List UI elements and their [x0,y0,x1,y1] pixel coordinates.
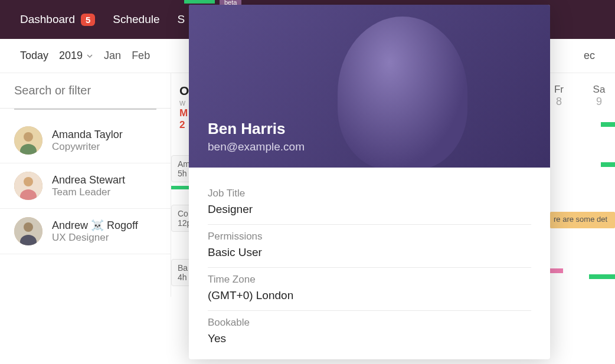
person-row[interactable]: Andrew ☠️ Rogoff UX Designer [0,209,171,254]
nav-label: S [178,13,185,26]
search-input[interactable] [14,84,163,97]
dow: Sa [590,84,608,96]
profile-modal: Ben Harris ben@example.com Job Title Des… [189,5,550,359]
event-bar[interactable] [589,274,615,279]
day-headers: Fr 8 Sa 9 [550,84,615,108]
field-bookable: Bookable Yes [208,311,531,345]
month-feb[interactable]: Feb [132,50,150,62]
person-name: Andrew ☠️ Rogoff [52,219,138,232]
field-permissions: Permissions Basic User [208,225,531,268]
month-partial[interactable]: ec [584,50,595,62]
day-num: 9 [590,96,608,108]
year-value: 2019 [59,50,83,62]
day-num: 8 [550,96,568,108]
person-name: Amanda Taylor [52,129,123,141]
field-label: Bookable [208,317,531,329]
svg-point-9 [24,222,33,232]
person-role: Team Leader [52,186,125,198]
notification-badge: 5 [81,14,95,26]
avatar [14,172,42,200]
nav-dashboard[interactable]: Dashboard 5 [20,13,95,26]
search-row [0,73,171,109]
event-bar[interactable] [601,162,615,167]
profile-header: Ben Harris ben@example.com [189,5,550,168]
dow: Fr [550,84,568,96]
person-row[interactable]: Amanda Taylor Copywriter [0,118,171,163]
nav-label: Dashboard [20,13,75,26]
event-bar[interactable] [550,268,563,273]
field-timezone: Time Zone (GMT+0) London [208,268,531,311]
field-value: Yes [208,332,531,345]
svg-point-3 [24,132,33,142]
field-value: Basic User [208,246,531,259]
field-job-title: Job Title Designer [208,182,531,225]
field-label: Permissions [208,231,531,242]
today-button[interactable]: Today [20,50,48,62]
person-row[interactable]: Andrea Stewart Team Leader [0,163,171,209]
year-select[interactable]: 2019 [59,50,93,62]
person-role: UX Designer [52,232,138,244]
nav-item-partial[interactable]: S [178,13,185,26]
nav-label: Schedule [113,13,159,26]
right-day-cols: Fr 8 Sa 9 re are some det [550,73,615,279]
event-orange[interactable]: re are some det [550,212,615,228]
person-role: Copywriter [52,141,123,153]
field-value: (GMT+0) London [208,289,531,302]
person-name: Andrea Stewart [52,174,125,186]
profile-email: ben@example.com [208,140,531,153]
nav-schedule[interactable]: Schedule [113,13,159,26]
month-jan[interactable]: Jan [104,50,121,62]
avatar [14,126,42,155]
right-events: re are some det [550,122,615,279]
field-value: Designer [208,203,531,216]
svg-point-6 [24,177,33,186]
sidebar: Amanda Taylor Copywriter Andrea Stewart … [0,73,171,297]
profile-name: Ben Harris [208,120,531,138]
field-label: Time Zone [208,274,531,286]
event-bar[interactable] [601,122,615,127]
profile-body: Job Title Designer Permissions Basic Use… [189,168,550,359]
field-label: Job Title [208,188,531,199]
avatar [14,217,42,245]
chevron-down-icon [86,53,93,60]
divider [14,109,156,110]
active-tab-accent [184,0,215,4]
